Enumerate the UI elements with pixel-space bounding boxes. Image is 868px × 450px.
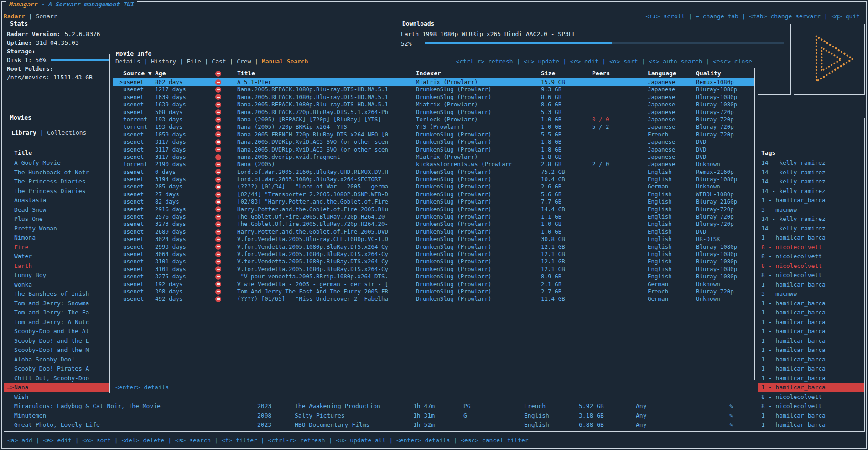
- movie-tag-cell: 1 - hamilcar_barca: [761, 345, 864, 355]
- selection-arrow: [113, 153, 123, 161]
- movie-tag-cell: 1 - hamilcar_barca: [761, 364, 864, 374]
- modal-tab[interactable]: Crew: [237, 58, 262, 65]
- search-result-row[interactable]: usenet 1059 days Nana.2005.FRENCH.720p.B…: [113, 131, 754, 138]
- title-column-header[interactable]: Title: [14, 148, 32, 157]
- search-result-row[interactable]: usenet 3275 days -"V pour vendetta.2005.…: [113, 273, 754, 280]
- language-cell: Japanese: [648, 109, 696, 116]
- release-title-header[interactable]: Title: [237, 68, 416, 78]
- search-result-row[interactable]: usenet 508 days Nana.2005.REPACK.720p.Bl…: [113, 109, 754, 116]
- search-result-row[interactable]: usenet 1639 days Nana.2005.REPACK.1080p.…: [113, 101, 754, 108]
- search-result-row[interactable]: usenet 3117 days nana.2005.dvdrip.xvid.f…: [113, 153, 754, 161]
- size-cell: 5.6 GB: [541, 191, 592, 198]
- search-result-row[interactable]: usenet 1217 days Nana.2005.REPACK.1080p.…: [113, 86, 754, 93]
- search-result-row[interactable]: usenet 82 days [02/83] "Harry.Potter.and…: [113, 198, 754, 205]
- tags-column-header[interactable]: Tags: [761, 148, 775, 157]
- modal-tab[interactable]: Manual Search: [262, 58, 308, 65]
- release-title-cell: Nana.2005.FRENCH.720p.BluRay.DTS.x264-NE…: [237, 131, 416, 138]
- movie-title: Nimona: [14, 233, 36, 243]
- size-cell: 2.8 GB: [541, 161, 592, 168]
- reject-cell: [214, 213, 237, 220]
- search-result-row[interactable]: usenet 192 days V wie Vendetta - 2005 - …: [113, 281, 754, 288]
- movie-runtime-cell: 1h 31m: [413, 411, 463, 421]
- movie-row[interactable]: Wish 8 - nicolecolvett: [4, 392, 864, 402]
- language-cell: English: [648, 243, 696, 251]
- reject-cell: [214, 295, 237, 303]
- library-tab[interactable]: Collections: [47, 128, 86, 137]
- age-cell: 3117 days: [155, 153, 214, 161]
- servarr-tab[interactable]: Sonarr: [36, 12, 57, 21]
- indexer-header[interactable]: Indexer: [416, 68, 541, 78]
- modal-tab[interactable]: Cast: [212, 58, 237, 65]
- movie-year-cell: 2008: [257, 411, 295, 421]
- search-result-row[interactable]: torrent 193 days Nana (2005) [REPACK] [7…: [113, 116, 754, 123]
- search-result-row[interactable]: usenet 3117 days Nana.2005.DVDRip.XviD.A…: [113, 138, 754, 146]
- modal-tab[interactable]: History: [151, 58, 187, 65]
- search-result-row[interactable]: usenet 2916 days Harry.Potter.and.the.Go…: [113, 206, 754, 213]
- quality-cell: Unknown: [696, 295, 754, 303]
- search-result-row[interactable]: torrent 2190 days Nana (2005) kickasstor…: [113, 161, 754, 168]
- selection-arrow: [113, 251, 123, 258]
- movie-title: Chill Out, Scooby-Doo: [14, 374, 89, 383]
- movie-row[interactable]: Minutemen 2008 Salty Pictures 1h 31m G E…: [4, 411, 864, 421]
- peers-cell: [592, 206, 648, 213]
- language-cell: English: [648, 198, 696, 205]
- language-cell: Japanese: [648, 146, 696, 153]
- search-result-row[interactable]: usenet 3117 days Nana.2005.DVDRip.XviD.A…: [113, 146, 754, 153]
- search-result-row[interactable]: usenet 2993 days V.for.Vendetta.2005.108…: [113, 243, 754, 251]
- search-result-row[interactable]: usenet 3101 days V.for.Vendetta.2005.108…: [113, 266, 754, 273]
- movie-row[interactable]: Great Photo, Lovely Life 2023 HBO Docume…: [4, 420, 864, 430]
- search-result-row[interactable]: usenet 3101 days V.for.Vendetta.2005.108…: [113, 258, 754, 265]
- age-cell: 3064 days: [155, 251, 214, 258]
- search-result-row[interactable]: usenet 285 days (????) [01/34] - "Lord o…: [113, 183, 754, 190]
- quality-cell: Remux-2160p: [696, 168, 754, 176]
- search-result-row[interactable]: usenet 3194 days Lord.of.War.2005.1080p.…: [113, 176, 754, 183]
- movie-size-cell: 5.92 GB: [579, 402, 636, 411]
- movie-title: Dead Snow: [14, 205, 46, 215]
- search-result-row[interactable]: usenet 2689 days Harry.Potter.and.the.Go…: [113, 228, 754, 235]
- search-result-row[interactable]: usenet 2576 days The.Goblet.Of.Fire.2005…: [113, 213, 754, 220]
- size-header[interactable]: Size: [541, 68, 592, 78]
- selection-arrow: [113, 116, 123, 123]
- language-header[interactable]: Language: [648, 68, 696, 78]
- search-result-row[interactable]: usenet 492 days (????) [01/65] - "Miss U…: [113, 295, 754, 303]
- search-result-row[interactable]: usenet 398 days Tom.And.Jerry.The.Fast.A…: [113, 288, 754, 295]
- language-cell: Japanese: [648, 161, 696, 168]
- release-title-cell: V.for.Vendetta.2005.Blu-ray.CEE.1080p.VC…: [237, 235, 416, 243]
- peers-cell: [592, 251, 648, 258]
- movie-year-cell: 2023: [257, 420, 295, 430]
- size-cell: 11.4 GB: [541, 295, 592, 303]
- movies-panel-title: Movies: [8, 114, 34, 121]
- no-entry-icon: [215, 266, 221, 272]
- modal-tab[interactable]: Details: [115, 58, 151, 65]
- source-cell: usenet: [123, 281, 155, 288]
- search-result-row[interactable]: usenet 1639 days Nana.2005.REPACK.1080p.…: [113, 94, 754, 101]
- source-header[interactable]: Source ▼: [123, 68, 155, 78]
- reject-cell: [214, 220, 237, 228]
- movie-row[interactable]: Miraculous: Ladybug & Cat Noir, The Movi…: [4, 402, 864, 411]
- quality-header[interactable]: Quality: [696, 68, 754, 78]
- servarr-tab[interactable]: Radarr: [4, 12, 36, 21]
- age-cell: 2916 days: [155, 206, 214, 213]
- peers-cell: [592, 78, 648, 86]
- download-item[interactable]: Earth 1998 1080p WEBRip x265 Hindi AAC2.…: [401, 30, 786, 39]
- age-header[interactable]: Age: [155, 68, 214, 78]
- search-result-row[interactable]: usenet 3064 days V.for.Vendetta.2005.108…: [113, 251, 754, 258]
- release-title-cell: V.for.Vendetta.2005.1080p.BluRay.DTS.x26…: [237, 266, 416, 273]
- quality-cell: Bluray-720p: [696, 116, 754, 123]
- age-cell: 802 days: [155, 78, 214, 86]
- selection-arrow: [7, 233, 14, 243]
- peers-header[interactable]: Peers: [592, 68, 648, 78]
- reject-header[interactable]: [214, 68, 237, 78]
- search-result-row[interactable]: usenet 27 days [02/44] "Transporter 2.20…: [113, 191, 754, 198]
- library-tab[interactable]: Library: [11, 128, 47, 137]
- language-cell: English: [648, 258, 696, 265]
- search-result-row[interactable]: usenet 3273 days The.Goblet.Of.Fire.2005…: [113, 220, 754, 228]
- modal-tab[interactable]: File: [187, 58, 212, 65]
- quality-cell: Bluray-1080p: [696, 176, 754, 183]
- movie-tag-cell: 14 - kelly ramirez: [761, 215, 864, 224]
- search-result-row[interactable]: torrent 193 days Nana (2005) 720p BRRip …: [113, 123, 754, 131]
- search-result-row[interactable]: usenet 3024 days V.for.Vendetta.2005.Blu…: [113, 235, 754, 243]
- size-cell: 15.9 GB: [541, 78, 592, 86]
- search-result-row[interactable]: => usenet 802 days A 5.1-PTer Miatrix (P…: [113, 78, 754, 86]
- search-result-row[interactable]: usenet 0 days Lord.of.War.2005.2160p.Blu…: [113, 168, 754, 176]
